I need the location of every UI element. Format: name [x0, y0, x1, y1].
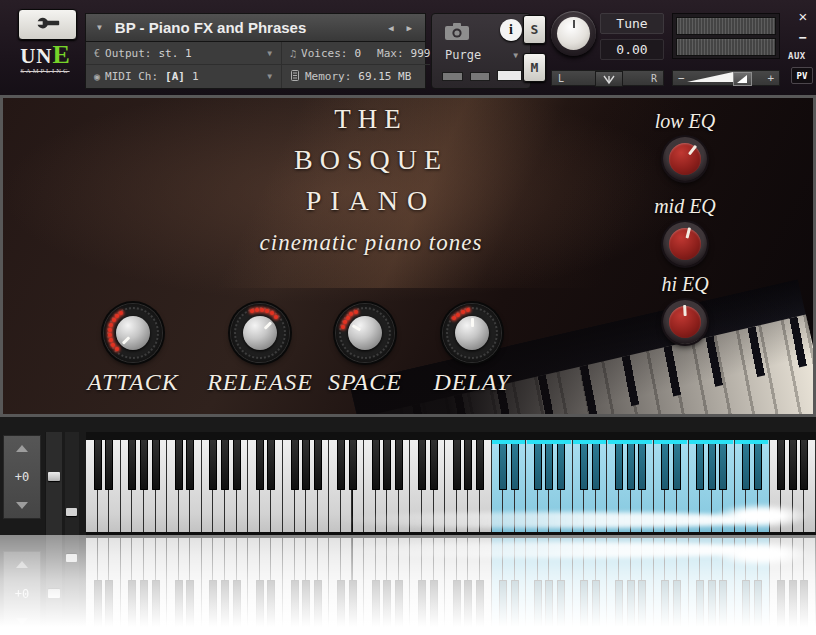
- black-key[interactable]: [789, 440, 797, 490]
- black-key[interactable]: [592, 440, 600, 490]
- chevron-down-icon[interactable]: ▼: [267, 72, 272, 81]
- black-key[interactable]: [372, 440, 380, 490]
- black-key[interactable]: [233, 440, 241, 490]
- purge-button[interactable]: Purge: [445, 48, 481, 62]
- key-cap: [620, 440, 630, 444]
- black-key[interactable]: [314, 440, 322, 490]
- black-key[interactable]: [453, 440, 461, 490]
- tune-knob[interactable]: [551, 11, 596, 56]
- black-key[interactable]: [800, 440, 808, 490]
- space-knob[interactable]: [336, 304, 394, 362]
- delay-knob[interactable]: [443, 304, 501, 362]
- black-key[interactable]: [638, 440, 646, 490]
- midi-bank: [A]: [165, 70, 185, 83]
- knob-face: [116, 316, 150, 350]
- mod-wheel-strip[interactable]: [65, 432, 79, 535]
- key-cap: [527, 440, 537, 444]
- snapshot-camera-icon[interactable]: [444, 22, 470, 45]
- black-key[interactable]: [499, 440, 507, 490]
- black-key[interactable]: [302, 440, 310, 490]
- mid-eq-knob[interactable]: [663, 222, 707, 266]
- black-key[interactable]: [349, 440, 357, 490]
- black-key[interactable]: [291, 440, 299, 490]
- black-key[interactable]: [128, 440, 136, 490]
- transpose-down-icon[interactable]: [16, 502, 28, 509]
- info-button[interactable]: i: [500, 19, 522, 41]
- mute-button[interactable]: M: [523, 53, 546, 82]
- black-key[interactable]: [580, 440, 588, 490]
- instrument-title-bar[interactable]: ▼ BP - Piano FX and Phrases ◀ ▶: [85, 13, 426, 42]
- key-cap: [562, 440, 572, 444]
- volume-slider[interactable]: − +: [672, 70, 780, 86]
- black-key[interactable]: [742, 440, 750, 490]
- low-eq-knob[interactable]: [663, 137, 707, 181]
- black-key[interactable]: [152, 440, 160, 490]
- aux-button[interactable]: AUX: [788, 51, 806, 61]
- black-key[interactable]: [673, 440, 681, 490]
- black-key[interactable]: [511, 440, 519, 490]
- knob-face: [243, 316, 277, 350]
- chevron-down-icon[interactable]: ▼: [97, 23, 102, 32]
- next-instrument-icon[interactable]: ▶: [407, 23, 412, 33]
- black-key[interactable]: [267, 440, 275, 490]
- black-key[interactable]: [534, 440, 542, 490]
- midi-channel-select[interactable]: ◉ MIDI Ch: [A] 1 ▼: [86, 65, 281, 88]
- black-key[interactable]: [186, 440, 194, 490]
- black-key[interactable]: [337, 440, 345, 490]
- black-key[interactable]: [256, 440, 264, 490]
- black-key[interactable]: [696, 440, 704, 490]
- black-key[interactable]: [545, 440, 553, 490]
- volume-handle[interactable]: [733, 72, 752, 86]
- transpose-up-icon[interactable]: [16, 445, 28, 452]
- pan-slider[interactable]: L R: [551, 70, 664, 86]
- knob-pointer: [471, 318, 474, 327]
- hi-eq-knob[interactable]: [663, 300, 707, 344]
- black-key[interactable]: [383, 440, 391, 490]
- volume-plus[interactable]: +: [767, 72, 774, 85]
- black-key[interactable]: [221, 440, 229, 490]
- black-key[interactable]: [708, 440, 716, 490]
- memory-readout: Memory: 69.15 MB: [281, 65, 430, 88]
- black-key[interactable]: [175, 440, 183, 490]
- level-meters: [672, 13, 780, 59]
- release-knob[interactable]: [231, 304, 289, 362]
- edit-wrench-button[interactable]: [18, 9, 77, 40]
- black-key[interactable]: [719, 440, 727, 490]
- keyboard-deck: +0: [0, 417, 816, 535]
- chevron-down-icon[interactable]: ▼: [267, 49, 272, 58]
- black-key[interactable]: [105, 440, 113, 490]
- attack-knob[interactable]: [104, 304, 162, 362]
- black-key[interactable]: [94, 440, 102, 490]
- pan-center-handle[interactable]: [595, 71, 623, 87]
- black-key[interactable]: [476, 440, 484, 490]
- black-key[interactable]: [777, 440, 785, 490]
- chevron-down-icon[interactable]: ▼: [513, 51, 518, 60]
- black-key[interactable]: [209, 440, 217, 490]
- pv-button[interactable]: PV: [791, 67, 813, 84]
- purge-indicator-bars: [442, 70, 522, 81]
- solo-button[interactable]: S: [523, 15, 546, 44]
- black-key[interactable]: [557, 440, 565, 490]
- black-key[interactable]: [395, 440, 403, 490]
- output-select[interactable]: € Output: st. 1 ▼: [86, 42, 281, 65]
- tune-value[interactable]: 0.00: [600, 39, 664, 60]
- prev-instrument-icon[interactable]: ◀: [388, 23, 393, 33]
- pitch-wheel-handle[interactable]: [48, 472, 60, 481]
- gloss-highlight: [716, 504, 806, 528]
- mod-wheel-handle[interactable]: [66, 508, 77, 516]
- black-key[interactable]: [627, 440, 635, 490]
- black-key[interactable]: [464, 440, 472, 490]
- volume-minus[interactable]: −: [678, 72, 685, 85]
- knob-pointer: [121, 336, 129, 344]
- key-cap: [608, 440, 618, 444]
- minimize-icon[interactable]: −: [794, 30, 812, 44]
- black-key[interactable]: [418, 440, 426, 490]
- black-key[interactable]: [430, 440, 438, 490]
- black-key[interactable]: [140, 440, 148, 490]
- black-key[interactable]: [615, 440, 623, 490]
- close-icon[interactable]: ×: [794, 8, 812, 26]
- black-key[interactable]: [754, 440, 762, 490]
- black-key[interactable]: [661, 440, 669, 490]
- pitch-wheel-strip[interactable]: [45, 432, 62, 535]
- max-value[interactable]: 999: [411, 47, 431, 60]
